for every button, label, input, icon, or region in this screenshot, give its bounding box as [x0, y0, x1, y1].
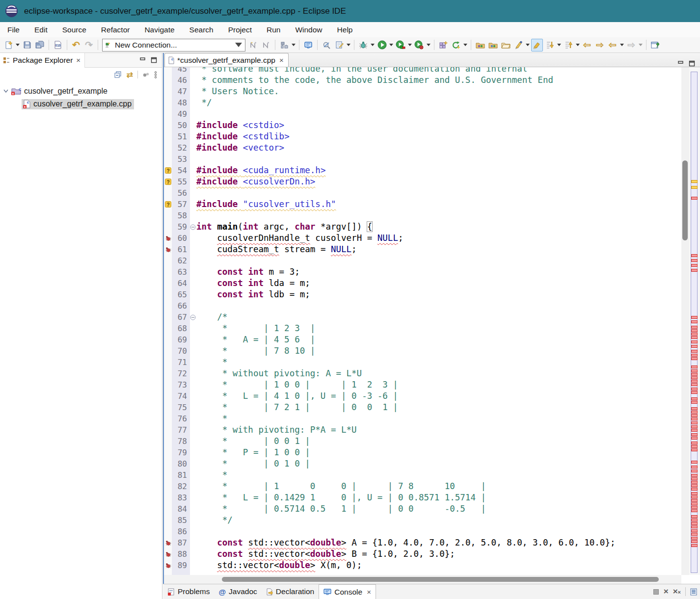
prev-annotation-button[interactable]	[563, 39, 574, 52]
pen-button[interactable]	[512, 39, 524, 52]
overview-error-marker[interactable]	[691, 442, 698, 444]
overview-error-marker[interactable]	[691, 329, 698, 332]
menu-edit[interactable]: Edit	[27, 22, 55, 37]
new-wizard-dropdown[interactable]	[16, 44, 20, 46]
code-line[interactable]: 78 * | 0 0 1 |	[164, 436, 615, 447]
overview-error-marker[interactable]	[691, 425, 698, 428]
code-line[interactable]: 65 const int ldb = m;	[164, 289, 615, 300]
overview-error-marker[interactable]	[691, 388, 698, 391]
disconnect-node-icon[interactable]	[260, 39, 272, 52]
code-line[interactable]: 60 cusolverDnHandle_t cusolverH = NULL;	[164, 233, 615, 244]
code-line[interactable]: 66	[164, 300, 615, 312]
save-button[interactable]	[21, 39, 33, 52]
minimize-icon[interactable]	[677, 61, 684, 66]
code-line[interactable]: 62	[164, 255, 615, 266]
build-button[interactable]	[278, 39, 290, 52]
overview-error-marker[interactable]	[691, 376, 698, 379]
overview-error-marker[interactable]	[691, 544, 698, 547]
new-connection-combo[interactable]: New Connection...	[102, 39, 245, 52]
code-line[interactable]: 53	[164, 154, 615, 165]
overview-error-marker[interactable]	[691, 509, 698, 512]
open-plugin-button[interactable]	[487, 39, 499, 52]
chevron-expanded-icon[interactable]	[3, 89, 9, 93]
code-line[interactable]: 46 * comments to the code, the above Dis…	[164, 75, 615, 86]
code-line[interactable]: 84 * | 0.5714 0.5 1 | | 0 0 -0.5 |	[164, 503, 615, 515]
code-line[interactable]: 73 * | 1 0 0 | | 1 2 3 |	[164, 379, 615, 391]
menu-project[interactable]: Project	[221, 22, 259, 37]
overview-error-marker[interactable]	[691, 320, 698, 323]
tab-cusolver-getrf-example-cpp[interactable]: c *cusolver_getrf_example.cpp ×	[164, 53, 289, 67]
tab-javadoc[interactable]: @ Javadoc	[214, 584, 261, 599]
tree-item-project[interactable]: Cx cusolver_getrf_example	[0, 84, 162, 98]
highlight-toggle-button[interactable]	[531, 39, 543, 52]
debug-button[interactable]	[357, 39, 369, 52]
code-line[interactable]: 81 *	[164, 469, 615, 481]
overview-error-marker[interactable]	[691, 407, 698, 410]
build-all-button[interactable]	[450, 39, 462, 52]
overview-error-marker[interactable]	[691, 269, 698, 272]
overview-warning-marker[interactable]	[691, 180, 698, 183]
close-icon[interactable]: ×	[367, 588, 371, 596]
overview-error-marker[interactable]	[691, 495, 698, 498]
connect-node-icon[interactable]	[247, 39, 259, 52]
profile-dropdown[interactable]	[427, 44, 431, 46]
error-marker[interactable]	[164, 537, 172, 548]
menu-navigate[interactable]: Navigate	[137, 22, 182, 37]
code-line[interactable]: 67 /*	[164, 312, 615, 323]
code-line[interactable]: 87 const std::vector<double> A = {1.0, 4…	[164, 537, 615, 548]
fold-collapse-icon[interactable]	[190, 312, 196, 323]
overview-error-marker[interactable]	[691, 373, 698, 376]
overview-error-marker[interactable]	[691, 417, 698, 420]
back-dropdown[interactable]	[620, 44, 624, 46]
code-line[interactable]: 70 * | 7 8 10 |	[164, 345, 615, 357]
minimize-icon[interactable]	[139, 57, 146, 63]
overview-error-marker[interactable]	[691, 433, 698, 436]
error-marker[interactable]	[164, 548, 172, 560]
overview-error-marker[interactable]	[691, 197, 698, 200]
next-annotation-button[interactable]	[544, 39, 556, 52]
menu-refactor[interactable]: Refactor	[94, 22, 137, 37]
pen-dropdown[interactable]	[526, 44, 530, 46]
overview-error-marker[interactable]	[691, 537, 698, 540]
overview-error-marker[interactable]	[691, 340, 698, 343]
overview-error-marker[interactable]	[691, 533, 698, 536]
tab-package-explorer[interactable]: Package Explorer ×	[0, 53, 85, 68]
overview-error-marker[interactable]	[691, 445, 698, 448]
overview-error-marker[interactable]	[691, 519, 698, 521]
overview-error-marker[interactable]	[691, 264, 698, 267]
menu-help[interactable]: Help	[330, 22, 360, 37]
open-type-button[interactable]	[474, 39, 486, 52]
menu-run[interactable]: Run	[259, 22, 288, 37]
console-list-icon[interactable]	[690, 588, 697, 596]
menu-search[interactable]: Search	[182, 22, 221, 37]
code-line[interactable]: 86	[164, 526, 615, 537]
code-line[interactable]: 51#include <cstdlib>	[164, 131, 615, 142]
overview-error-marker[interactable]	[691, 506, 698, 509]
view-menu-icon[interactable]	[154, 71, 157, 78]
binary-file-button[interactable]: 010	[52, 39, 64, 52]
code-line[interactable]: 77 * with pivoting: P*A = L*U	[164, 424, 615, 436]
code-line[interactable]: 59int main(int argc, char *argv[]) {	[164, 221, 615, 233]
vertical-scrollbar[interactable]	[681, 67, 689, 575]
code-line[interactable]: 52#include <vector>	[164, 142, 615, 154]
overview-error-marker[interactable]	[691, 477, 698, 480]
link-with-editor-icon[interactable]: ⇄	[127, 70, 133, 79]
overview-error-marker[interactable]	[691, 380, 698, 383]
run-button[interactable]	[376, 39, 388, 52]
overview-error-marker[interactable]	[691, 345, 698, 348]
open-console-button[interactable]	[302, 39, 314, 52]
overview-warning-marker[interactable]	[691, 186, 698, 189]
new-project-button[interactable]	[437, 39, 449, 52]
search-button[interactable]	[321, 39, 332, 52]
overview-error-marker[interactable]	[691, 411, 698, 414]
pin-editor-button[interactable]	[649, 39, 661, 52]
fold-collapse-icon[interactable]	[190, 221, 196, 233]
code-line[interactable]: 48 */	[164, 97, 615, 108]
overview-error-marker[interactable]	[691, 429, 698, 432]
code-line[interactable]: 89 std::vector<double> X(m, 0);	[164, 560, 615, 571]
maximize-icon[interactable]	[689, 60, 695, 67]
overview-error-marker[interactable]	[691, 499, 698, 502]
warning-marker[interactable]: ?	[164, 176, 172, 187]
editor-body[interactable]: 45 * software must include, in the user …	[164, 67, 700, 584]
debug-dropdown[interactable]	[371, 44, 375, 46]
